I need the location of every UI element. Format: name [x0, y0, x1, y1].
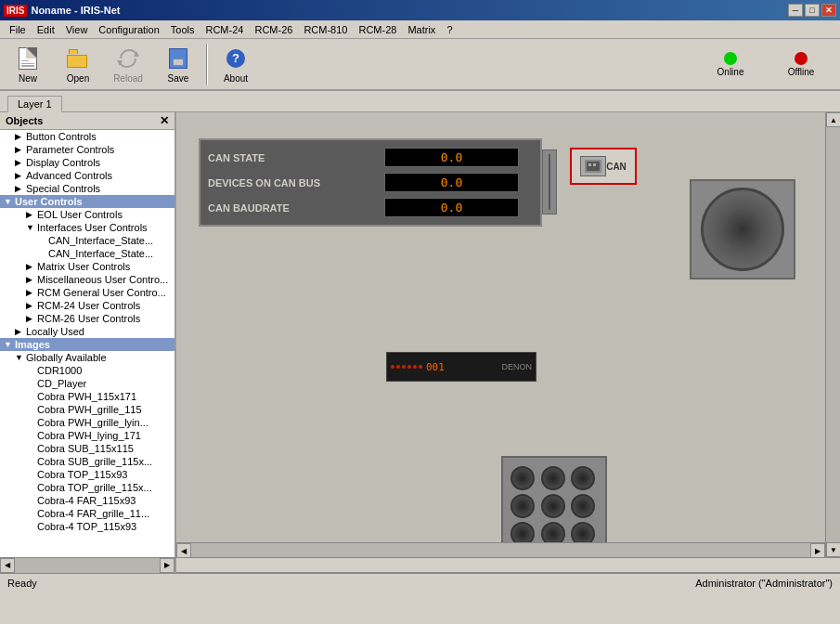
close-button[interactable]: ✕ — [821, 4, 836, 17]
tree-arrow-locally-used[interactable]: ▶ — [15, 327, 26, 336]
tree-label-cobra-pwh-115x171: Cobra PWH_115x171 — [37, 391, 136, 402]
tree-arrow-rcm24-user-controls[interactable]: ▶ — [26, 301, 37, 310]
left-scroll-track[interactable] — [15, 558, 160, 573]
tree-item-cobra-top-115x93[interactable]: Cobra TOP_115x93 — [0, 468, 174, 481]
menu-edit[interactable]: Edit — [32, 23, 60, 36]
scroll-up-button[interactable]: ▲ — [826, 112, 840, 127]
minimize-button[interactable]: ─ — [788, 4, 803, 17]
scroll-h-track[interactable] — [191, 543, 810, 557]
tree-arrow-advanced-controls[interactable]: ▶ — [15, 171, 26, 180]
tree-arrow-interfaces-user-controls[interactable]: ▼ — [26, 223, 37, 232]
tree-item-user-controls[interactable]: ▼User Controls — [0, 195, 174, 208]
tree-arrow-rcm26-user-controls[interactable]: ▶ — [26, 314, 37, 323]
menu-matrix[interactable]: Matrix — [402, 23, 441, 36]
tree-item-cobra-pwh-lying-171[interactable]: Cobra PWH_lying_171 — [0, 429, 174, 442]
tree-arrow-user-controls[interactable]: ▼ — [4, 197, 15, 206]
tree-item-eol-user-controls[interactable]: ▶EOL User Controls — [0, 208, 174, 221]
tree-item-globally-available[interactable]: ▼Globally Available — [0, 351, 174, 364]
menu-rcm28[interactable]: RCM-28 — [353, 23, 402, 36]
tree-item-advanced-controls[interactable]: ▶Advanced Controls — [0, 169, 174, 182]
tree-item-cobra-4-far-grille-11[interactable]: Cobra-4 FAR_grille_11... — [0, 507, 174, 520]
scroll-right-button[interactable]: ▶ — [810, 543, 825, 557]
cd-player-widget[interactable]: 001 DENON — [386, 352, 536, 382]
online-button[interactable]: Online — [703, 52, 758, 77]
can-icon-button[interactable]: CAN — [570, 148, 637, 185]
tree-arrow-button-controls[interactable]: ▶ — [15, 132, 26, 141]
speaker-large-widget — [690, 179, 795, 280]
tree-item-cobra-top-grille-115[interactable]: Cobra TOP_grille_115x... — [0, 481, 174, 494]
tree-label-display-controls: Display Controls — [26, 157, 100, 168]
tree-item-special-controls[interactable]: ▶Special Controls — [0, 182, 174, 195]
tree-item-cdr1000[interactable]: CDR1000 — [0, 364, 174, 377]
title-bar-controls[interactable]: ─ □ ✕ — [788, 4, 836, 17]
tree-arrow-misc-user-controls[interactable]: ▶ — [26, 275, 37, 284]
open-label: Open — [67, 73, 89, 84]
tree-label-cobra-pwh-grille-115: Cobra PWH_grille_115 — [37, 404, 142, 415]
scroll-v-track[interactable] — [826, 127, 840, 542]
speaker-small-widget — [501, 456, 607, 556]
tree-label-cobra-pwh-lying-171: Cobra PWH_lying_171 — [37, 430, 141, 441]
tree-item-cobra-4-top-115x93[interactable]: Cobra-4 TOP_115x93 — [0, 520, 174, 533]
left-panel-hscroll[interactable]: ◀ ▶ — [0, 558, 176, 573]
tab-layer1[interactable]: Layer 1 — [7, 96, 62, 112]
left-scroll-right[interactable]: ▶ — [160, 558, 174, 573]
tree-arrow-special-controls[interactable]: ▶ — [15, 184, 26, 193]
tree-label-parameter-controls: Parameter Controls — [26, 144, 114, 155]
tree-arrow-images[interactable]: ▼ — [4, 340, 15, 349]
tree-item-cd-player[interactable]: CD_Player — [0, 377, 174, 390]
scroll-left-button[interactable]: ◀ — [176, 543, 191, 557]
tree-item-misc-user-controls[interactable]: ▶Miscellaneous User Contro... — [0, 273, 174, 286]
open-button[interactable]: Open — [54, 42, 102, 86]
tree-item-display-controls[interactable]: ▶Display Controls — [0, 156, 174, 169]
tree-item-cobra-sub-115x115[interactable]: Cobra SUB_115x115 — [0, 442, 174, 455]
about-button[interactable]: ? About — [212, 42, 260, 86]
canvas-horizontal-scrollbar[interactable]: ◀ ▶ — [176, 542, 825, 557]
tree-item-matrix-user-controls[interactable]: ▶Matrix User Controls — [0, 260, 174, 273]
tree-scroll[interactable]: ▶Button Controls▶Parameter Controls▶Disp… — [0, 130, 174, 557]
menu-help[interactable]: ? — [441, 23, 458, 36]
tree-arrow-parameter-controls[interactable]: ▶ — [15, 145, 26, 154]
can-value-0: 0.0 — [384, 148, 519, 167]
menu-view[interactable]: View — [60, 23, 94, 36]
tree-item-images[interactable]: ▼Images — [0, 338, 174, 351]
menu-configuration[interactable]: Configuration — [93, 23, 164, 36]
reload-button[interactable]: Reload — [104, 42, 152, 86]
tree-item-parameter-controls[interactable]: ▶Parameter Controls — [0, 143, 174, 156]
tree-item-cobra-sub-grille-115[interactable]: Cobra SUB_grille_115x... — [0, 455, 174, 468]
save-button[interactable]: Save — [154, 42, 202, 86]
scroll-down-button[interactable]: ▼ — [826, 542, 840, 557]
tree-item-rcm24-user-controls[interactable]: ▶RCM-24 User Controls — [0, 299, 174, 312]
tree-item-locally-used[interactable]: ▶Locally Used — [0, 325, 174, 338]
offline-indicator — [795, 52, 808, 65]
tree-item-cobra-4-far-115x93[interactable]: Cobra-4 FAR_115x93 — [0, 494, 174, 507]
tree-item-cobra-pwh-grille-lying[interactable]: Cobra PWH_grille_lyin... — [0, 416, 174, 429]
tree-item-rcm26-user-controls[interactable]: ▶RCM-26 User Controls — [0, 312, 174, 325]
menu-file[interactable]: File — [4, 23, 32, 36]
menu-rcm26[interactable]: RCM-26 — [249, 23, 298, 36]
menu-rcm810[interactable]: RCM-810 — [298, 23, 353, 36]
left-scroll-left[interactable]: ◀ — [0, 558, 15, 573]
tree-item-cobra-pwh-grille-115[interactable]: Cobra PWH_grille_115 — [0, 403, 174, 416]
tree-arrow-rcm-general-controls[interactable]: ▶ — [26, 288, 37, 297]
toolbar-separator — [206, 44, 208, 84]
close-panel-button[interactable]: ✕ — [160, 114, 169, 127]
speaker-cell-2 — [571, 466, 595, 490]
new-button[interactable]: New — [4, 42, 52, 86]
menu-tools[interactable]: Tools — [165, 23, 200, 36]
tree-arrow-matrix-user-controls[interactable]: ▶ — [26, 262, 37, 271]
tree-item-cobra-pwh-115x171[interactable]: Cobra PWH_115x171 — [0, 390, 174, 403]
menu-rcm24[interactable]: RCM-24 — [200, 23, 249, 36]
maximize-button[interactable]: □ — [805, 4, 820, 17]
offline-button[interactable]: Offline — [773, 52, 829, 77]
tree-arrow-display-controls[interactable]: ▶ — [15, 158, 26, 167]
tree-item-can-interface-state-1[interactable]: CAN_Interface_State... — [0, 234, 174, 247]
tree-arrow-globally-available[interactable]: ▼ — [15, 353, 26, 362]
tree-item-rcm-general-controls[interactable]: ▶RCM General User Contro... — [0, 286, 174, 299]
vertical-scrollbar[interactable]: ▲ ▼ — [825, 112, 840, 557]
app-icon: IRIS — [4, 5, 27, 17]
tree-arrow-eol-user-controls[interactable]: ▶ — [26, 210, 37, 219]
tree-item-interfaces-user-controls[interactable]: ▼Interfaces User Controls — [0, 221, 174, 234]
tree-item-button-controls[interactable]: ▶Button Controls — [0, 130, 174, 143]
tree-item-can-interface-state-2[interactable]: CAN_Interface_State... — [0, 247, 174, 260]
tree-label-cobra-4-far-115x93: Cobra-4 FAR_115x93 — [37, 495, 136, 506]
